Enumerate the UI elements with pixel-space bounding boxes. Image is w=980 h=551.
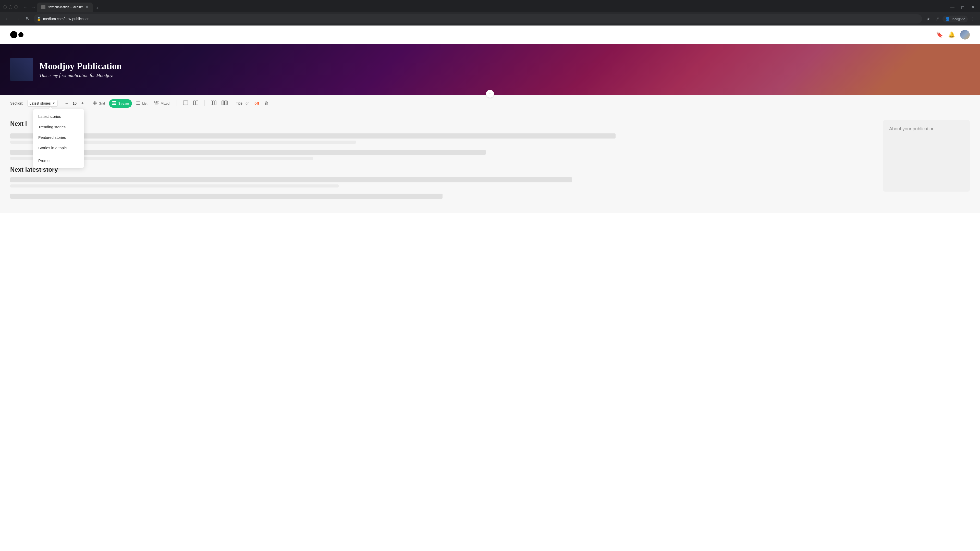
avatar[interactable] [960,30,970,40]
list-view-button[interactable]: List [133,99,150,108]
logo-dot-small [18,32,24,37]
dropdown-item-promo[interactable]: Promo [33,156,84,166]
count-value: 10 [72,101,78,105]
publication-logo [10,58,33,81]
window-restore-btn[interactable]: ◻ [959,3,967,11]
svg-rect-3 [95,101,97,103]
story-title-bar-4 [10,194,442,199]
medium-logo-dots [10,31,24,38]
svg-rect-11 [136,104,140,105]
publication-logo-image [10,58,33,81]
svg-rect-4 [93,103,95,105]
section-controls: + Section: Latest stories ▼ − 10 + [0,95,980,112]
count-minus-button[interactable]: − [64,100,70,106]
layout-half-button[interactable] [191,99,200,108]
stream-view-label: Stream [118,102,129,105]
bookmark-star-button[interactable]: ★ [924,15,932,23]
browser-chrome: ← → New publication – Medium × + — ◻ ✕ [0,0,980,25]
section-dropdown[interactable]: Latest stories ▼ [27,100,58,106]
svg-rect-26 [226,101,228,105]
svg-rect-7 [112,103,116,103]
tab-close-button[interactable]: × [86,5,89,10]
maximize-button[interactable] [9,5,12,9]
view-options: Grid Stream [89,99,172,108]
svg-rect-8 [112,104,116,105]
list-view-label: List [142,102,147,105]
layout-single-button[interactable] [181,99,190,108]
layout-quarters-button[interactable] [220,99,230,108]
about-publication-box: About your publication [883,120,970,192]
svg-rect-6 [112,101,116,102]
svg-rect-17 [183,101,188,105]
dropdown-divider [33,154,84,154]
layout-thirds-button[interactable] [209,99,218,108]
count-plus-button[interactable]: + [80,100,86,106]
address-bar[interactable]: 🔒 medium.com/new-publication [34,14,922,24]
stories-section: Next l Next latest story [10,120,875,205]
story-title-bar-3 [10,177,572,183]
publication-subtitle: This is my first publication for Moodjoy… [39,73,122,78]
back-button[interactable]: ← [21,3,29,11]
svg-rect-14 [157,103,158,103]
title-control-label: Title: [236,101,243,105]
mixed-view-button[interactable]: Mixed [151,99,172,108]
section-label: Section: [10,101,23,105]
title-control: Title: on | off [236,101,259,105]
story-item-1 [10,133,875,144]
incognito-badge: 👤 Incognito [942,16,968,22]
dropdown-item-featured[interactable]: Featured stories [33,132,84,143]
svg-rect-23 [222,101,223,105]
count-controls: − 10 + [64,100,86,106]
new-tab-button[interactable]: + [94,5,101,12]
banner-text: Moodjoy Publication This is my first pub… [39,61,122,78]
add-section-button[interactable]: + [486,90,494,98]
svg-rect-20 [211,101,213,105]
menu-button[interactable]: ⋮ [969,15,977,23]
svg-rect-18 [193,101,196,105]
stream-icon [112,101,117,106]
forward-button[interactable]: → [29,3,37,11]
list-icon [136,101,141,106]
next-story-heading: Next latest story [10,166,875,173]
lock-icon: 🔒 [37,17,41,21]
forward-nav-button[interactable]: → [13,15,21,23]
svg-rect-22 [215,101,216,105]
delete-section-button[interactable]: 🗑 [264,101,269,106]
story-title-bar-1 [10,133,616,138]
banner-overlay [0,44,980,95]
active-tab[interactable]: New publication – Medium × [37,3,93,12]
minimize-button[interactable] [3,5,6,9]
dropdown-item-latest[interactable]: Latest stories [33,111,84,122]
grid-view-label: Grid [99,102,105,105]
svg-rect-5 [95,103,97,105]
grid-view-button[interactable]: Grid [89,99,108,108]
window-controls [3,5,18,9]
svg-rect-16 [155,105,158,105]
reload-button[interactable]: ↻ [24,15,32,23]
svg-rect-15 [155,103,159,104]
svg-point-1 [43,6,45,8]
dropdown-item-topic[interactable]: Stories in a topic [33,143,84,153]
tab-favicon [41,5,45,9]
extensions-button[interactable]: ☄ [933,15,942,23]
back-nav-button[interactable]: ← [3,15,11,23]
mixed-icon [154,101,159,106]
title-on-option[interactable]: on [245,101,250,105]
medium-header: 🔖 🔔 [0,25,980,44]
bookmark-icon[interactable]: 🔖 [936,32,943,38]
close-button[interactable] [14,5,18,9]
title-separator: | [251,101,253,105]
stories-heading: Next l [10,120,875,127]
publication-banner: Moodjoy Publication This is my first pub… [0,44,980,95]
tabs-bar: New publication – Medium × + [37,3,946,12]
title-off-option[interactable]: off [255,101,259,105]
dropdown-item-trending[interactable]: Trending stories [33,122,84,132]
svg-rect-24 [223,101,224,105]
window-minimize-btn[interactable]: — [948,3,956,11]
about-publication-title: About your publication [889,126,964,132]
stream-view-button[interactable]: Stream [109,99,132,108]
notification-bell-icon[interactable]: 🔔 [948,32,955,38]
svg-rect-21 [213,101,215,105]
logo-dot-large [10,31,18,38]
window-close-btn[interactable]: ✕ [969,3,977,11]
